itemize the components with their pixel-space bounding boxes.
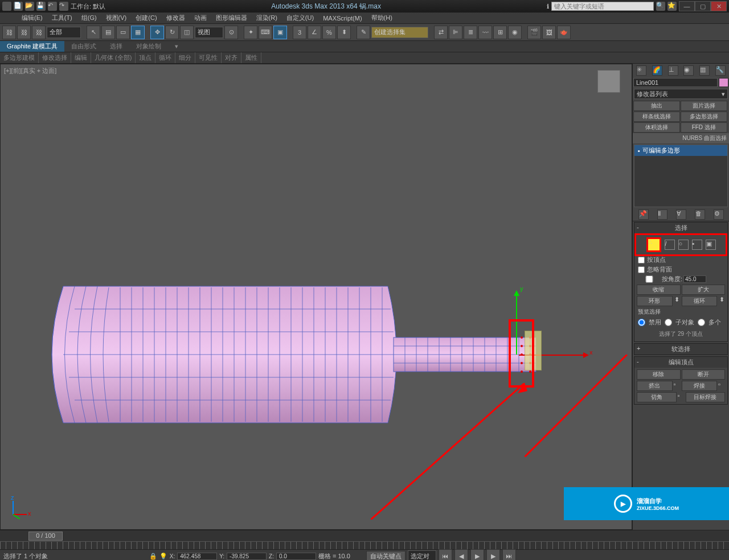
ring-button[interactable]: 环形 xyxy=(637,296,673,306)
configure-icon[interactable]: ⚙ xyxy=(714,209,724,220)
sub-edit[interactable]: 编辑 xyxy=(71,52,91,63)
star-icon[interactable]: ⭐ xyxy=(667,2,677,11)
select-name-icon[interactable]: ▤ xyxy=(101,26,115,39)
manip-icon[interactable]: ✦ xyxy=(244,26,257,39)
menu-view[interactable]: 视图(V) xyxy=(101,13,132,23)
angle-snap-icon[interactable]: ∠ xyxy=(308,26,321,39)
menu-anim[interactable]: 动画 xyxy=(190,13,211,23)
menu-group[interactable]: 组(G) xyxy=(77,13,101,23)
open-icon[interactable]: 📂 xyxy=(25,2,34,11)
ref-coord-drop[interactable]: 视图 xyxy=(195,27,223,38)
subobj-border-icon[interactable]: ○ xyxy=(678,240,689,250)
layers-icon[interactable]: ≣ xyxy=(464,26,477,39)
render-setup-icon[interactable]: 🎬 xyxy=(527,26,541,39)
sub-poly[interactable]: 多边形建模 xyxy=(0,52,39,63)
stack-item-editable-poly[interactable]: ▪ 可编辑多边形 xyxy=(634,145,727,156)
expand-icon[interactable]: ▪ xyxy=(638,147,640,154)
scale-icon[interactable]: ◫ xyxy=(180,26,194,39)
time-ruler[interactable] xyxy=(0,541,729,549)
unlink-icon[interactable]: ⛓ xyxy=(17,26,31,39)
by-vertex-check[interactable] xyxy=(638,257,645,263)
modifier-list-drop[interactable]: 修改器列表▾ xyxy=(634,89,728,99)
motion-tab-icon[interactable]: ◉ xyxy=(683,65,694,76)
x-input[interactable] xyxy=(177,553,217,560)
angle-spinner[interactable] xyxy=(683,275,706,283)
preview-multi-radio[interactable] xyxy=(698,319,705,326)
tab-selection[interactable]: 选择 xyxy=(103,41,129,52)
hierarchy-tab-icon[interactable]: ⊥ xyxy=(668,65,678,76)
subobj-poly-icon[interactable]: ▪ xyxy=(692,240,702,250)
render-frame-icon[interactable]: 🖼 xyxy=(542,26,556,39)
ignore-back-check[interactable] xyxy=(638,266,645,273)
edit-named-icon[interactable]: ✎ xyxy=(357,26,370,39)
z-input[interactable] xyxy=(276,553,316,560)
align-icon[interactable]: ⊫ xyxy=(449,26,462,39)
rollout-soft-selection[interactable]: +软选择 xyxy=(634,343,728,355)
chamfer-button[interactable]: 切角 xyxy=(637,392,677,402)
lock-icon[interactable]: 🔒 xyxy=(149,553,157,560)
mirror-icon[interactable]: ⇄ xyxy=(434,26,448,39)
snap-3-icon[interactable]: 3 xyxy=(293,26,306,39)
selection-filter[interactable]: 全部 xyxy=(47,27,81,38)
target-weld-button[interactable]: 目标焊接 xyxy=(686,392,726,402)
ribbon-expand-icon[interactable]: ▾ xyxy=(168,42,185,51)
subobj-edge-icon[interactable]: / xyxy=(665,240,675,250)
undo-icon[interactable]: ↶ xyxy=(48,2,57,11)
next-frame-icon[interactable]: ▶ xyxy=(486,549,500,560)
prev-frame-icon[interactable]: ◀ xyxy=(454,549,468,560)
display-tab-icon[interactable]: ▥ xyxy=(699,65,710,76)
sub-modsel[interactable]: 修改选择 xyxy=(39,52,71,63)
render-icon[interactable]: 🫖 xyxy=(557,26,571,39)
preview-sub-radio[interactable] xyxy=(665,319,672,326)
play-icon[interactable]: ▶ xyxy=(470,549,484,560)
minimize-button[interactable]: — xyxy=(679,1,695,11)
remove-button[interactable]: 移除 xyxy=(637,369,681,380)
mod-btn-4[interactable]: 体积选择 xyxy=(633,122,680,133)
bind-icon[interactable]: ⛓ xyxy=(32,26,46,39)
subobj-element-icon[interactable]: ▣ xyxy=(706,240,716,250)
make-unique-icon[interactable]: ∀ xyxy=(676,209,686,220)
search-input[interactable] xyxy=(551,2,654,11)
loop-button[interactable]: 循环 xyxy=(682,296,718,306)
break-button[interactable]: 断开 xyxy=(682,369,726,380)
utilities-tab-icon[interactable]: 🔧 xyxy=(715,65,726,76)
menu-modifier[interactable]: 修改器 xyxy=(162,13,190,23)
percent-snap-icon[interactable]: % xyxy=(322,26,336,39)
grow-button[interactable]: 扩大 xyxy=(682,285,726,295)
goto-start-icon[interactable]: ⏮ xyxy=(439,549,452,560)
pin-stack-icon[interactable]: 📌 xyxy=(638,209,649,220)
sub-vis[interactable]: 可见性 xyxy=(195,52,222,63)
rotate-icon[interactable]: ↻ xyxy=(165,26,179,39)
modify-tab-icon[interactable]: 🌈 xyxy=(652,65,662,76)
menu-maxscript[interactable]: MAXScript(M) xyxy=(318,14,366,23)
schematic-icon[interactable]: ⊞ xyxy=(493,26,507,39)
menu-create[interactable]: 创建(C) xyxy=(131,13,161,23)
isolate-icon[interactable]: 💡 xyxy=(159,553,167,560)
sub-loop[interactable]: 循环 xyxy=(155,52,175,63)
auto-key-button[interactable]: 自动关键点 xyxy=(366,551,406,561)
menu-render[interactable]: 渲染(R) xyxy=(252,13,282,23)
tab-paint[interactable]: 对象绘制 xyxy=(129,41,168,52)
mod-btn-5[interactable]: FFD 选择 xyxy=(681,122,727,133)
menu-graph[interactable]: 图形编辑器 xyxy=(211,13,252,23)
material-icon[interactable]: ◉ xyxy=(508,26,522,39)
goto-end-icon[interactable]: ⏭ xyxy=(502,549,516,560)
window-crossing-icon[interactable]: ▦ xyxy=(131,26,145,39)
menu-help[interactable]: 帮助(H) xyxy=(367,13,397,23)
link-icon[interactable]: ⛓ xyxy=(2,26,16,39)
shrink-button[interactable]: 收缩 xyxy=(637,285,681,295)
new-icon[interactable]: 📄 xyxy=(14,2,23,11)
tab-freeform[interactable]: 自由形式 xyxy=(64,41,103,52)
sub-subdiv[interactable]: 细分 xyxy=(175,52,195,63)
mod-btn-1[interactable]: 面片选择 xyxy=(681,101,727,111)
redo-icon[interactable]: ↷ xyxy=(59,2,68,11)
sub-geom[interactable]: 几何体 (全部) xyxy=(91,52,136,63)
sub-vertex[interactable]: 顶点 xyxy=(136,52,155,63)
y-input[interactable] xyxy=(227,553,267,560)
viewcube[interactable] xyxy=(597,70,620,93)
extrude-button[interactable]: 挤出 xyxy=(637,381,673,391)
sub-align[interactable]: 对齐 xyxy=(222,52,241,63)
weld-button[interactable]: 焊接 xyxy=(682,381,718,391)
mod-btn-0[interactable]: 抽出 xyxy=(633,101,680,111)
rollout-toggle[interactable]: - xyxy=(637,224,639,230)
